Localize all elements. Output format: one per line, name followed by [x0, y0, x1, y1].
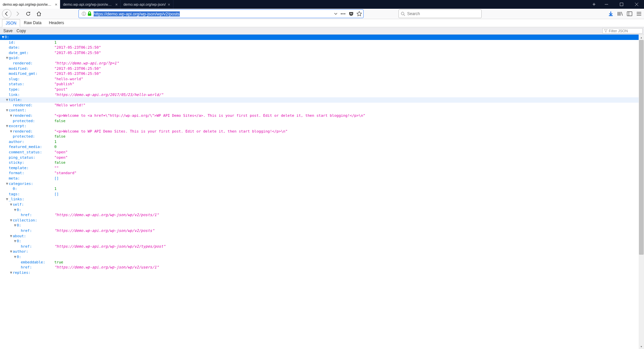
scrollbar-thumb[interactable]: [639, 40, 644, 255]
json-row[interactable]: ▼collection:: [0, 218, 644, 223]
menu-icon[interactable]: [636, 11, 642, 17]
forward-button[interactable]: [13, 9, 22, 18]
url-text[interactable]: https://demo.wp-api.org/wp-json/wp/v2/po…: [93, 11, 334, 17]
twisty-icon[interactable]: [5, 155, 9, 160]
twisty-icon[interactable]: [5, 139, 9, 145]
json-row[interactable]: ▼content:: [0, 108, 644, 113]
json-row[interactable]: ▼self:: [0, 202, 644, 207]
search-input[interactable]: [407, 11, 479, 16]
json-row[interactable]: href:"https://demo.wp-api.org/wp-json/wp…: [0, 228, 644, 234]
twisty-icon[interactable]: [17, 228, 21, 234]
vertical-scrollbar[interactable]: ▴ ▾: [639, 35, 644, 349]
twisty-icon[interactable]: ▼: [5, 97, 9, 103]
twisty-icon[interactable]: [5, 170, 9, 176]
twisty-icon[interactable]: [9, 134, 13, 139]
url-bar[interactable]: https://demo.wp-api.org/wp-json/wp/v2/po…: [78, 9, 364, 18]
browser-tab[interactable]: demo.wp-api.org/wp-json/×: [121, 0, 173, 9]
json-row[interactable]: type:"post": [0, 87, 644, 92]
twisty-icon[interactable]: ▼: [5, 108, 9, 113]
json-row[interactable]: ▼0:: [0, 35, 644, 40]
page-actions-icon[interactable]: •••: [340, 11, 346, 16]
json-row[interactable]: format:"standard": [0, 170, 644, 176]
twisty-icon[interactable]: [5, 87, 9, 92]
home-button[interactable]: [34, 9, 44, 18]
json-row[interactable]: ▼rendered:"<p>Welcome to <a href=\"http:…: [0, 113, 644, 118]
bookmark-star-icon[interactable]: [357, 11, 362, 16]
twisty-icon[interactable]: [17, 260, 21, 265]
json-row[interactable]: ping_status:"open": [0, 155, 644, 160]
twisty-icon[interactable]: ▼: [1, 35, 5, 40]
twisty-icon[interactable]: [5, 92, 9, 98]
json-row[interactable]: template:"": [0, 165, 644, 171]
twisty-icon[interactable]: [5, 150, 9, 155]
twisty-icon[interactable]: ▼: [13, 223, 17, 228]
twisty-icon[interactable]: [17, 212, 21, 218]
pocket-icon[interactable]: [348, 11, 354, 16]
tab-headers[interactable]: Headers: [45, 19, 68, 27]
json-row[interactable]: ▼rendered:"<p>Welcome to WP API Demo Sit…: [0, 129, 644, 134]
new-tab-button[interactable]: +: [589, 0, 599, 9]
json-row[interactable]: ▼about:: [0, 234, 644, 239]
maximize-button[interactable]: [614, 0, 629, 9]
json-row[interactable]: ▼0:: [0, 223, 644, 228]
json-row[interactable]: ▼0:: [0, 239, 644, 244]
site-identity[interactable]: [80, 11, 93, 16]
search-bar[interactable]: [398, 9, 482, 18]
json-row[interactable]: rendered:"Hello world!": [0, 103, 644, 108]
json-row[interactable]: href:"https://demo.wp-api.org/wp-json/wp…: [0, 265, 644, 270]
json-row[interactable]: embeddable:true: [0, 260, 644, 265]
twisty-icon[interactable]: ▼: [9, 234, 13, 239]
sidebar-icon[interactable]: [627, 11, 633, 17]
copy-button[interactable]: Copy: [14, 28, 28, 34]
twisty-icon[interactable]: ▼: [13, 207, 17, 213]
json-row[interactable]: date:"2017-05-23T06:25:50": [0, 45, 644, 50]
dropdown-icon[interactable]: [334, 12, 338, 16]
json-row[interactable]: status:"publish": [0, 82, 644, 87]
tab-raw-data[interactable]: Raw Data: [20, 19, 45, 27]
twisty-icon[interactable]: ▼: [5, 55, 9, 61]
twisty-icon[interactable]: ▼: [9, 270, 13, 276]
json-row[interactable]: id:1: [0, 40, 644, 45]
twisty-icon[interactable]: [5, 71, 9, 77]
twisty-icon[interactable]: [5, 192, 9, 197]
json-row[interactable]: ▼replies:: [0, 270, 644, 276]
save-button[interactable]: Save: [1, 28, 14, 34]
twisty-icon[interactable]: [5, 77, 9, 82]
twisty-icon[interactable]: [9, 118, 13, 124]
twisty-icon[interactable]: ▼: [5, 197, 9, 202]
scroll-up-arrow[interactable]: ▴: [639, 35, 644, 40]
json-row[interactable]: ▼0:: [0, 207, 644, 213]
twisty-icon[interactable]: [5, 40, 9, 45]
twisty-icon[interactable]: ▼: [9, 113, 13, 118]
json-row[interactable]: ▼categories:: [0, 181, 644, 187]
json-row[interactable]: ▼excerpt:: [0, 123, 644, 129]
browser-tab[interactable]: demo.wp-api.org/wp-json/wp/v2/×: [60, 0, 121, 9]
json-row[interactable]: sticky:false: [0, 160, 644, 165]
twisty-icon[interactable]: ▼: [9, 129, 13, 134]
back-button[interactable]: [2, 9, 11, 18]
twisty-icon[interactable]: ▼: [13, 254, 17, 260]
json-row[interactable]: comment_status:"open": [0, 150, 644, 155]
json-row[interactable]: ▼_links:: [0, 197, 644, 202]
twisty-icon[interactable]: [9, 186, 13, 192]
twisty-icon[interactable]: [9, 61, 13, 66]
json-row[interactable]: href:"https://demo.wp-api.org/wp-json/wp…: [0, 244, 644, 249]
twisty-icon[interactable]: [5, 160, 9, 165]
twisty-icon[interactable]: ▼: [9, 249, 13, 254]
json-row[interactable]: rendered:"http://demo.wp-api.org/?p=1": [0, 61, 644, 66]
twisty-icon[interactable]: [5, 165, 9, 171]
close-tab-icon[interactable]: ×: [168, 2, 170, 7]
browser-tab[interactable]: demo.wp-api.org/wp-json/wp/v2/j×: [0, 0, 60, 9]
json-row[interactable]: 0:1: [0, 186, 644, 192]
twisty-icon[interactable]: ▼: [5, 181, 9, 187]
json-row[interactable]: author:1: [0, 139, 644, 145]
json-row[interactable]: modified_gmt:"2017-05-23T06:25:50": [0, 71, 644, 77]
json-row[interactable]: ▼author:: [0, 249, 644, 254]
json-row[interactable]: href:"https://demo.wp-api.org/wp-json/wp…: [0, 212, 644, 218]
twisty-icon[interactable]: ▼: [13, 239, 17, 244]
twisty-icon[interactable]: [5, 45, 9, 50]
minimize-button[interactable]: [599, 0, 614, 9]
twisty-icon[interactable]: [5, 144, 9, 150]
json-tree[interactable]: ▼0:id:1date:"2017-05-23T06:25:50"date_gm…: [0, 35, 644, 349]
twisty-icon[interactable]: ▼: [9, 202, 13, 207]
